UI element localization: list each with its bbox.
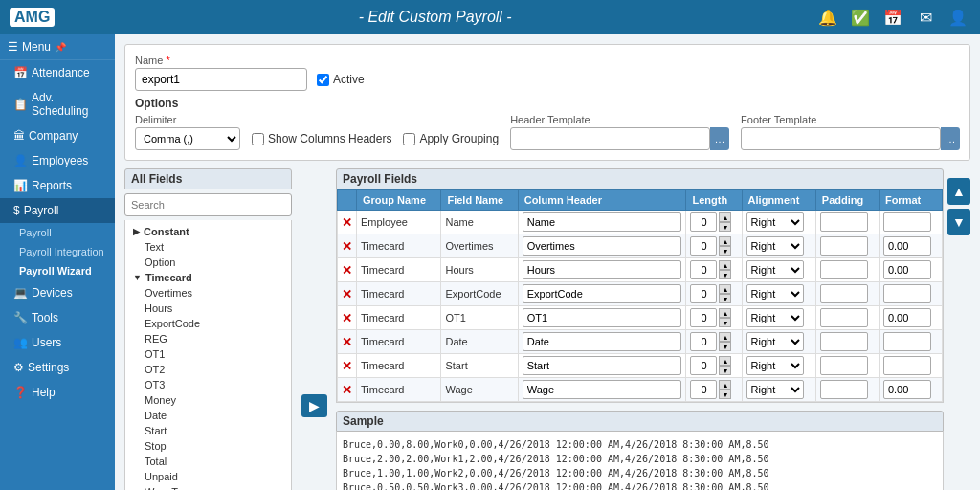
tree-timecard-wagetype[interactable]: WageType	[129, 484, 287, 490]
delete-row-button[interactable]: ✕	[342, 263, 352, 278]
length-down[interactable]: ▼	[719, 270, 731, 279]
tree-timecard-date[interactable]: Date	[129, 408, 287, 423]
length-down[interactable]: ▼	[719, 222, 731, 232]
move-up-button[interactable]: ▲	[947, 178, 970, 205]
tree-timecard-overtimes[interactable]: Overtimes	[129, 285, 287, 301]
apply-grouping-checkbox[interactable]	[403, 133, 415, 145]
length-up[interactable]: ▲	[719, 332, 731, 342]
alignment-select[interactable]: Right Left Center	[746, 380, 804, 399]
calendar-icon[interactable]: 📅	[880, 5, 905, 30]
length-input[interactable]	[690, 236, 717, 256]
sidebar-item-adv-scheduling[interactable]: 📋 Adv. Scheduling	[0, 85, 115, 123]
format-input[interactable]	[883, 356, 931, 375]
tree-timecard-unpaid[interactable]: Unpaid	[129, 469, 287, 484]
format-input[interactable]	[883, 284, 931, 303]
length-up[interactable]: ▲	[719, 356, 731, 366]
cell-header-input[interactable]	[523, 284, 682, 303]
sidebar-menu-toggle[interactable]: ☰ Menu 📌	[0, 34, 115, 60]
tree-constant-text[interactable]: Text	[129, 239, 287, 255]
tree-constant-option[interactable]: Option	[129, 255, 287, 270]
show-columns-checkbox[interactable]	[252, 133, 264, 145]
format-input[interactable]	[883, 380, 931, 399]
delimiter-select[interactable]: Comma (,) Tab Semicolon Pipe	[135, 127, 240, 150]
length-up[interactable]: ▲	[719, 236, 731, 246]
tree-timecard-reg[interactable]: REG	[129, 331, 287, 346]
add-field-button[interactable]: ▶	[301, 394, 327, 417]
sidebar-item-employees[interactable]: 👤 Employees	[0, 148, 115, 173]
length-up[interactable]: ▲	[719, 260, 731, 270]
tree-timecard-hours[interactable]: Hours	[129, 301, 287, 316]
tree-timecard-start[interactable]: Start	[129, 423, 287, 438]
format-input[interactable]	[883, 212, 931, 232]
sidebar-item-attendance[interactable]: 📅 Attendance	[0, 60, 115, 85]
alignment-select[interactable]: Right Left Center	[746, 356, 804, 375]
length-up[interactable]: ▲	[719, 380, 731, 390]
sidebar-item-payroll[interactable]: $ Payroll	[0, 198, 115, 223]
cell-header-input[interactable]	[523, 356, 682, 375]
sidebar-item-help[interactable]: ❓ Help	[0, 380, 115, 405]
delete-row-button[interactable]: ✕	[342, 287, 352, 301]
format-input[interactable]	[883, 260, 931, 279]
header-template-input[interactable]	[510, 127, 710, 150]
tree-timecard-money[interactable]: Money	[129, 392, 287, 408]
format-input[interactable]	[883, 332, 931, 351]
name-input[interactable]	[135, 68, 307, 91]
length-input[interactable]	[690, 212, 717, 232]
sidebar-submenu-payroll[interactable]: Payroll	[0, 223, 115, 242]
delete-row-button[interactable]: ✕	[342, 215, 352, 230]
length-input[interactable]	[690, 260, 717, 279]
bell-icon[interactable]: 🔔	[815, 5, 840, 30]
header-template-button[interactable]: …	[710, 127, 729, 150]
length-up[interactable]: ▲	[719, 284, 731, 294]
tree-constant-parent[interactable]: ▶ Constant	[129, 224, 287, 239]
sidebar-item-devices[interactable]: 💻 Devices	[0, 280, 115, 305]
sidebar-item-tools[interactable]: 🔧 Tools	[0, 305, 115, 330]
tree-timecard-ot3[interactable]: OT3	[129, 377, 287, 392]
delete-row-button[interactable]: ✕	[342, 359, 352, 373]
tree-timecard-ot2[interactable]: OT2	[129, 362, 287, 377]
cell-header-input[interactable]	[523, 308, 682, 327]
cell-header-input[interactable]	[523, 380, 682, 399]
format-input[interactable]	[883, 308, 931, 327]
tree-timecard-stop[interactable]: Stop	[129, 438, 287, 454]
delete-row-button[interactable]: ✕	[342, 335, 352, 349]
active-checkbox[interactable]	[317, 74, 329, 86]
footer-template-input[interactable]	[741, 127, 941, 150]
checklist-icon[interactable]: ✅	[848, 5, 873, 30]
sidebar-item-reports[interactable]: 📊 Reports	[0, 173, 115, 198]
length-down[interactable]: ▼	[719, 318, 731, 327]
alignment-select[interactable]: Right Left Center	[746, 260, 804, 279]
fields-search-input[interactable]	[124, 193, 292, 216]
padding-input[interactable]	[820, 308, 868, 327]
length-input[interactable]	[690, 380, 717, 399]
alignment-select[interactable]: Right Left Center	[746, 236, 804, 256]
delete-row-button[interactable]: ✕	[342, 239, 352, 254]
alignment-select[interactable]: Right Left Center	[746, 212, 804, 232]
alignment-select[interactable]: Right Left Center	[746, 332, 804, 351]
tree-timecard-exportcode[interactable]: ExportCode	[129, 316, 287, 331]
padding-input[interactable]	[820, 284, 868, 303]
length-down[interactable]: ▼	[719, 342, 731, 351]
email-icon[interactable]: ✉	[913, 5, 938, 30]
padding-input[interactable]	[820, 380, 868, 399]
padding-input[interactable]	[820, 332, 868, 351]
sidebar-item-users[interactable]: 👥 Users	[0, 330, 115, 355]
length-down[interactable]: ▼	[719, 246, 731, 256]
footer-template-button[interactable]: …	[941, 127, 960, 150]
sidebar-submenu-payroll-wizard[interactable]: Payroll Wizard	[0, 261, 115, 280]
delete-row-button[interactable]: ✕	[342, 383, 352, 397]
padding-input[interactable]	[820, 212, 868, 232]
length-up[interactable]: ▲	[719, 212, 731, 222]
length-down[interactable]: ▼	[719, 390, 731, 399]
length-input[interactable]	[690, 308, 717, 327]
cell-header-input[interactable]	[523, 212, 682, 232]
padding-input[interactable]	[820, 236, 868, 256]
length-input[interactable]	[690, 356, 717, 375]
alignment-select[interactable]: Right Left Center	[746, 284, 804, 303]
padding-input[interactable]	[820, 356, 868, 375]
cell-header-input[interactable]	[523, 260, 682, 279]
cell-header-input[interactable]	[523, 332, 682, 351]
move-down-button[interactable]: ▼	[947, 209, 970, 235]
cell-header-input[interactable]	[523, 236, 682, 256]
length-input[interactable]	[690, 332, 717, 351]
